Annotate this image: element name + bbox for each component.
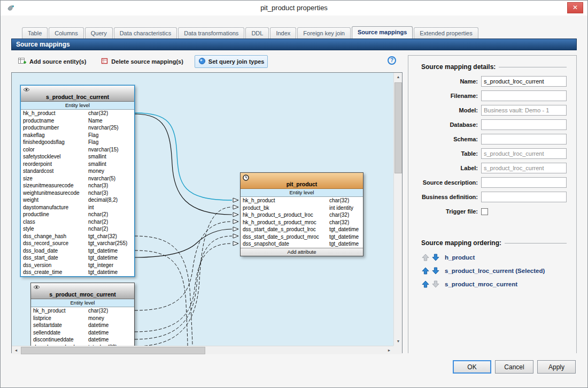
cancel-button[interactable]: Cancel [495, 360, 533, 374]
tab-foreign-key-join[interactable]: Foreign key join [297, 27, 351, 39]
ordering-group-header: Source mapping ordering: [421, 239, 567, 247]
column-row[interactable]: safetystocklevelsmallint [21, 153, 134, 161]
help-icon[interactable]: ? [388, 56, 396, 65]
field-input-filename[interactable] [481, 90, 567, 101]
column-name: style [23, 225, 88, 233]
column-row[interactable]: dss_snapshot_datetgt_datetime [241, 240, 363, 248]
move-down-button[interactable] [431, 267, 439, 275]
field-input-name[interactable] [481, 76, 567, 87]
ordering-items: h_products_product_lroc_current (Selecte… [421, 252, 567, 290]
entity-s-product-mroc-current[interactable]: s_product_mroc_currentEntity levelhk_h_p… [30, 283, 135, 351]
move-up-button[interactable] [421, 280, 429, 288]
column-row[interactable]: productlinenchar(2) [21, 211, 134, 218]
column-row[interactable]: dss_start_date_s_product_mroctgt_datetim… [241, 233, 363, 241]
column-row[interactable]: dss_load_datetgt_datetime [21, 247, 134, 255]
column-row[interactable]: weightunitmeasurecodenchar(3) [21, 189, 134, 197]
tab-data-characteristics[interactable]: Data characteristics [114, 27, 177, 39]
scroll-left-arrow[interactable]: ◄ [12, 346, 20, 355]
column-row[interactable]: product_bkint identity [241, 204, 363, 212]
field-label: Filename: [421, 93, 481, 99]
column-row[interactable]: daystomanufactureint [21, 204, 134, 211]
move-down-button[interactable] [431, 254, 439, 262]
tab-index[interactable]: Index [270, 27, 296, 39]
column-row[interactable]: classnchar(2) [21, 218, 134, 226]
tab-extended-properties[interactable]: Extended properties [414, 27, 478, 39]
scroll-down-arrow[interactable]: ▼ [394, 337, 403, 346]
field-input-label [481, 163, 567, 173]
entity-header[interactable]: pit_product [241, 173, 363, 189]
column-row[interactable]: sellenddatedatetime [31, 329, 134, 337]
column-name: hk_h_product_s_product_mroc [243, 219, 329, 226]
vertical-scrollbar[interactable]: ▲ ▼ [393, 73, 402, 346]
column-type: int identity [329, 204, 353, 212]
horizontal-scrollbar[interactable]: ◄ ► [12, 346, 393, 354]
field-row-trigger-file: Trigger file: [421, 206, 567, 217]
column-row[interactable]: sizeunitmeasurecodenchar(3) [21, 182, 134, 189]
entity-s-product-lroc-current[interactable]: s_product_lroc_currentEntity levelhk_h_p… [20, 85, 135, 277]
horizontal-scroll-thumb[interactable] [21, 347, 205, 354]
column-row[interactable]: dss_change_hashtgt_char(32) [21, 233, 134, 240]
column-row[interactable]: hk_h_productchar(32) [31, 307, 134, 315]
column-name: makeflag [23, 132, 88, 139]
column-row[interactable]: discontinueddatedatetime [31, 336, 134, 344]
column-row[interactable]: dss_start_datetgt_datetime [21, 254, 134, 262]
field-input-database[interactable] [481, 119, 567, 130]
field-row-filename: Filename: [421, 90, 567, 101]
tab-columns[interactable]: Columns [49, 27, 83, 39]
field-input-business-definition[interactable] [481, 192, 567, 202]
delete-source-mapping-button[interactable]: Delete source mapping(s) [97, 55, 187, 68]
column-row[interactable]: hk_h_product_s_product_mrocchar(32) [241, 219, 363, 226]
trigger-file-checkbox[interactable] [481, 208, 488, 215]
tab-ddl[interactable]: DDL [245, 27, 269, 39]
column-row[interactable]: productnumbernvarchar(25) [21, 124, 134, 132]
entity-header[interactable]: s_product_lroc_current [21, 86, 134, 102]
column-type: tgt_datetime [88, 247, 118, 255]
column-row[interactable]: dss_record_sourcetgt_varchar(255) [21, 240, 134, 247]
column-row[interactable]: makeflagFlag [21, 132, 134, 139]
field-input-schema[interactable] [481, 134, 567, 144]
column-row[interactable]: stylenchar(2) [21, 225, 134, 233]
add-source-entity-button[interactable]: Add source entity(s) [14, 55, 90, 68]
entity-header[interactable]: s_product_mroc_current [31, 283, 134, 299]
column-name: color [23, 146, 88, 154]
field-input-source-description[interactable] [481, 177, 567, 188]
column-row[interactable]: hk_h_productchar(32) [241, 197, 363, 204]
tab-table[interactable]: Table [22, 27, 48, 39]
scroll-up-arrow[interactable]: ▲ [394, 73, 403, 81]
entity-level-label: Entity level [241, 189, 363, 197]
column-name: class [23, 218, 88, 226]
ok-button[interactable]: OK [453, 360, 491, 374]
column-row[interactable]: finishedgoodsflagFlag [21, 139, 134, 146]
column-row[interactable]: hk_h_product_s_product_lrocchar(32) [241, 211, 363, 219]
add-attribute-button[interactable]: Add attribute [241, 248, 363, 256]
column-row[interactable]: standardcostmoney [21, 168, 134, 175]
column-type: smallint [88, 161, 106, 168]
ordering-item-s-product-mroc-current: s_product_mroc_current [421, 279, 567, 290]
column-row[interactable]: sellstartdatedatetime [31, 322, 134, 329]
column-row[interactable]: productnameName [21, 117, 134, 125]
entity-pit-product[interactable]: pit_productEntity levelhk_h_productchar(… [240, 172, 363, 256]
column-row[interactable]: sizenvarchar(5) [21, 175, 134, 182]
apply-button[interactable]: Apply [537, 360, 576, 374]
column-row[interactable]: colornvarchar(15) [21, 146, 134, 154]
tab-query[interactable]: Query [85, 27, 113, 39]
tab-data-transformations[interactable]: Data transformations [178, 27, 244, 39]
close-button[interactable]: ✕ [567, 2, 583, 13]
entity-columns: hk_h_productchar(32)productnameNameprodu… [21, 110, 134, 276]
column-row[interactable]: reorderpointsmallint [21, 161, 134, 168]
column-row[interactable]: dss_versiontgt_integer [21, 262, 134, 269]
move-up-button[interactable] [421, 267, 429, 275]
scroll-right-arrow[interactable]: ► [385, 346, 393, 355]
column-row[interactable]: dss_start_date_s_product_lroctgt_datetim… [241, 226, 363, 233]
column-row[interactable]: dss_create_timetgt_datetime [21, 269, 134, 276]
column-type: nvarchar(25) [88, 124, 119, 132]
vertical-scroll-thumb[interactable] [394, 82, 402, 173]
column-row[interactable]: weightdecimal(8,2) [21, 196, 134, 204]
column-row[interactable]: listpricemoney [31, 315, 134, 322]
tab-source-mappings[interactable]: Source mappings [352, 26, 413, 39]
set-query-join-types-button[interactable]: Set query join types [195, 55, 268, 68]
diagram-canvas[interactable]: s_product_lroc_currentEntity levelhk_h_p… [11, 72, 403, 355]
column-row[interactable]: hk_h_productchar(32) [21, 110, 134, 117]
column-name: reorderpoint [23, 161, 88, 168]
column-name: dss_load_date [23, 247, 88, 255]
